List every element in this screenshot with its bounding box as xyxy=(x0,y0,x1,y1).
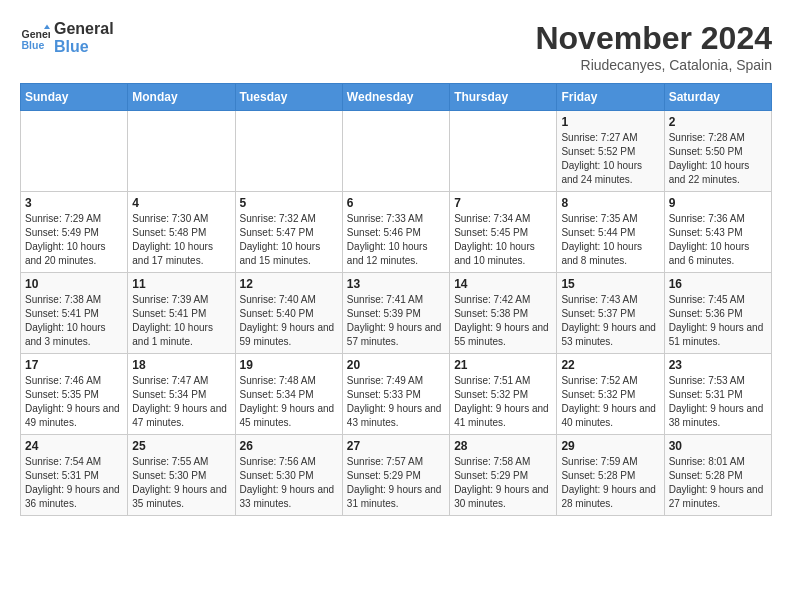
calendar-table: SundayMondayTuesdayWednesdayThursdayFrid… xyxy=(20,83,772,516)
logo: General Blue General Blue xyxy=(20,20,114,55)
calendar-cell: 13Sunrise: 7:41 AM Sunset: 5:39 PM Dayli… xyxy=(342,273,449,354)
day-number: 9 xyxy=(669,196,767,210)
calendar-cell: 24Sunrise: 7:54 AM Sunset: 5:31 PM Dayli… xyxy=(21,435,128,516)
day-number: 2 xyxy=(669,115,767,129)
day-number: 22 xyxy=(561,358,659,372)
calendar-cell: 2Sunrise: 7:28 AM Sunset: 5:50 PM Daylig… xyxy=(664,111,771,192)
day-number: 12 xyxy=(240,277,338,291)
day-header: Monday xyxy=(128,84,235,111)
logo-line1: General xyxy=(54,20,114,38)
calendar-cell: 28Sunrise: 7:58 AM Sunset: 5:29 PM Dayli… xyxy=(450,435,557,516)
day-header: Sunday xyxy=(21,84,128,111)
calendar-week-row: 24Sunrise: 7:54 AM Sunset: 5:31 PM Dayli… xyxy=(21,435,772,516)
title-block: November 2024 Riudecanyes, Catalonia, Sp… xyxy=(535,20,772,73)
day-number: 24 xyxy=(25,439,123,453)
day-detail: Sunrise: 7:56 AM Sunset: 5:30 PM Dayligh… xyxy=(240,455,338,511)
calendar-cell: 20Sunrise: 7:49 AM Sunset: 5:33 PM Dayli… xyxy=(342,354,449,435)
calendar-cell: 17Sunrise: 7:46 AM Sunset: 5:35 PM Dayli… xyxy=(21,354,128,435)
calendar-cell: 3Sunrise: 7:29 AM Sunset: 5:49 PM Daylig… xyxy=(21,192,128,273)
calendar-cell: 25Sunrise: 7:55 AM Sunset: 5:30 PM Dayli… xyxy=(128,435,235,516)
day-detail: Sunrise: 7:52 AM Sunset: 5:32 PM Dayligh… xyxy=(561,374,659,430)
day-number: 1 xyxy=(561,115,659,129)
day-detail: Sunrise: 7:33 AM Sunset: 5:46 PM Dayligh… xyxy=(347,212,445,268)
calendar-cell: 27Sunrise: 7:57 AM Sunset: 5:29 PM Dayli… xyxy=(342,435,449,516)
day-detail: Sunrise: 7:30 AM Sunset: 5:48 PM Dayligh… xyxy=(132,212,230,268)
day-number: 11 xyxy=(132,277,230,291)
day-detail: Sunrise: 8:01 AM Sunset: 5:28 PM Dayligh… xyxy=(669,455,767,511)
logo-icon: General Blue xyxy=(20,23,50,53)
day-number: 7 xyxy=(454,196,552,210)
day-detail: Sunrise: 7:41 AM Sunset: 5:39 PM Dayligh… xyxy=(347,293,445,349)
day-detail: Sunrise: 7:28 AM Sunset: 5:50 PM Dayligh… xyxy=(669,131,767,187)
day-number: 21 xyxy=(454,358,552,372)
day-number: 5 xyxy=(240,196,338,210)
month-title: November 2024 xyxy=(535,20,772,57)
calendar-cell: 14Sunrise: 7:42 AM Sunset: 5:38 PM Dayli… xyxy=(450,273,557,354)
day-number: 27 xyxy=(347,439,445,453)
day-detail: Sunrise: 7:49 AM Sunset: 5:33 PM Dayligh… xyxy=(347,374,445,430)
logo-line2: Blue xyxy=(54,38,114,56)
day-number: 16 xyxy=(669,277,767,291)
calendar-cell: 16Sunrise: 7:45 AM Sunset: 5:36 PM Dayli… xyxy=(664,273,771,354)
calendar-body: 1Sunrise: 7:27 AM Sunset: 5:52 PM Daylig… xyxy=(21,111,772,516)
calendar-cell: 9Sunrise: 7:36 AM Sunset: 5:43 PM Daylig… xyxy=(664,192,771,273)
day-detail: Sunrise: 7:47 AM Sunset: 5:34 PM Dayligh… xyxy=(132,374,230,430)
calendar-cell: 23Sunrise: 7:53 AM Sunset: 5:31 PM Dayli… xyxy=(664,354,771,435)
calendar-cell: 7Sunrise: 7:34 AM Sunset: 5:45 PM Daylig… xyxy=(450,192,557,273)
day-detail: Sunrise: 7:57 AM Sunset: 5:29 PM Dayligh… xyxy=(347,455,445,511)
calendar-week-row: 10Sunrise: 7:38 AM Sunset: 5:41 PM Dayli… xyxy=(21,273,772,354)
calendar-cell: 30Sunrise: 8:01 AM Sunset: 5:28 PM Dayli… xyxy=(664,435,771,516)
day-header: Friday xyxy=(557,84,664,111)
day-number: 28 xyxy=(454,439,552,453)
day-detail: Sunrise: 7:43 AM Sunset: 5:37 PM Dayligh… xyxy=(561,293,659,349)
day-number: 25 xyxy=(132,439,230,453)
day-number: 8 xyxy=(561,196,659,210)
day-header: Tuesday xyxy=(235,84,342,111)
day-number: 30 xyxy=(669,439,767,453)
day-detail: Sunrise: 7:27 AM Sunset: 5:52 PM Dayligh… xyxy=(561,131,659,187)
day-header: Wednesday xyxy=(342,84,449,111)
day-header: Saturday xyxy=(664,84,771,111)
day-number: 19 xyxy=(240,358,338,372)
day-detail: Sunrise: 7:36 AM Sunset: 5:43 PM Dayligh… xyxy=(669,212,767,268)
day-number: 13 xyxy=(347,277,445,291)
calendar-cell: 29Sunrise: 7:59 AM Sunset: 5:28 PM Dayli… xyxy=(557,435,664,516)
day-detail: Sunrise: 7:35 AM Sunset: 5:44 PM Dayligh… xyxy=(561,212,659,268)
day-detail: Sunrise: 7:40 AM Sunset: 5:40 PM Dayligh… xyxy=(240,293,338,349)
day-number: 20 xyxy=(347,358,445,372)
day-detail: Sunrise: 7:59 AM Sunset: 5:28 PM Dayligh… xyxy=(561,455,659,511)
calendar-cell: 26Sunrise: 7:56 AM Sunset: 5:30 PM Dayli… xyxy=(235,435,342,516)
day-number: 6 xyxy=(347,196,445,210)
calendar-header-row: SundayMondayTuesdayWednesdayThursdayFrid… xyxy=(21,84,772,111)
calendar-week-row: 1Sunrise: 7:27 AM Sunset: 5:52 PM Daylig… xyxy=(21,111,772,192)
day-detail: Sunrise: 7:48 AM Sunset: 5:34 PM Dayligh… xyxy=(240,374,338,430)
day-detail: Sunrise: 7:42 AM Sunset: 5:38 PM Dayligh… xyxy=(454,293,552,349)
day-number: 4 xyxy=(132,196,230,210)
calendar-cell: 21Sunrise: 7:51 AM Sunset: 5:32 PM Dayli… xyxy=(450,354,557,435)
calendar-cell: 18Sunrise: 7:47 AM Sunset: 5:34 PM Dayli… xyxy=(128,354,235,435)
calendar-cell xyxy=(450,111,557,192)
location-subtitle: Riudecanyes, Catalonia, Spain xyxy=(535,57,772,73)
calendar-cell xyxy=(128,111,235,192)
calendar-cell xyxy=(235,111,342,192)
calendar-cell: 11Sunrise: 7:39 AM Sunset: 5:41 PM Dayli… xyxy=(128,273,235,354)
calendar-cell: 19Sunrise: 7:48 AM Sunset: 5:34 PM Dayli… xyxy=(235,354,342,435)
day-number: 26 xyxy=(240,439,338,453)
day-detail: Sunrise: 7:58 AM Sunset: 5:29 PM Dayligh… xyxy=(454,455,552,511)
day-detail: Sunrise: 7:29 AM Sunset: 5:49 PM Dayligh… xyxy=(25,212,123,268)
day-number: 15 xyxy=(561,277,659,291)
day-number: 10 xyxy=(25,277,123,291)
day-detail: Sunrise: 7:51 AM Sunset: 5:32 PM Dayligh… xyxy=(454,374,552,430)
calendar-cell: 10Sunrise: 7:38 AM Sunset: 5:41 PM Dayli… xyxy=(21,273,128,354)
calendar-cell: 1Sunrise: 7:27 AM Sunset: 5:52 PM Daylig… xyxy=(557,111,664,192)
svg-marker-2 xyxy=(44,24,50,29)
day-header: Thursday xyxy=(450,84,557,111)
day-detail: Sunrise: 7:39 AM Sunset: 5:41 PM Dayligh… xyxy=(132,293,230,349)
page-header: General Blue General Blue November 2024 … xyxy=(20,20,772,73)
day-number: 18 xyxy=(132,358,230,372)
calendar-cell xyxy=(342,111,449,192)
day-detail: Sunrise: 7:53 AM Sunset: 5:31 PM Dayligh… xyxy=(669,374,767,430)
day-number: 17 xyxy=(25,358,123,372)
day-detail: Sunrise: 7:46 AM Sunset: 5:35 PM Dayligh… xyxy=(25,374,123,430)
calendar-cell: 8Sunrise: 7:35 AM Sunset: 5:44 PM Daylig… xyxy=(557,192,664,273)
